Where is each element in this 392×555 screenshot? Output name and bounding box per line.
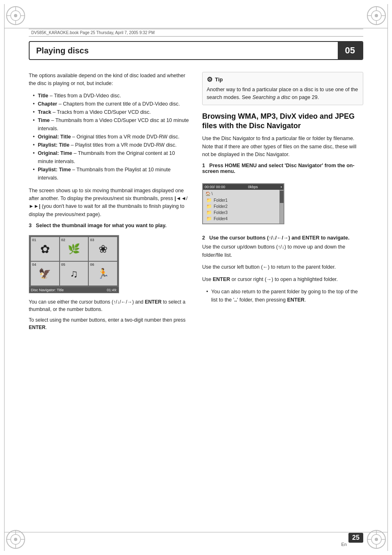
corner-decoration-tr	[364, 3, 389, 28]
tip-icon: ⚙	[207, 76, 212, 83]
thumb-time: 01:49:	[107, 288, 117, 292]
body-text-1: The screen shows up to six moving thumbn…	[29, 187, 190, 219]
thumb-label: Disc Navigator: Title	[31, 288, 64, 292]
list-item: Title – Titles from a DVD-Video disc.	[33, 92, 190, 100]
folder-icon: 📁	[206, 210, 212, 215]
top-border	[4, 28, 388, 28]
thumb-cell-1: 01 ✿	[31, 237, 59, 261]
thumb-cell-2: 02 🌿	[60, 237, 88, 261]
folder-name: Folder3	[214, 210, 228, 215]
meta-bar: DV585K_KARAOKE.book Page 25 Thursday, Ap…	[29, 29, 363, 37]
right-column: ⚙ Tip Another way to find a particular p…	[202, 64, 363, 526]
nav-screen-top: 00:00/ 00:00 0kbps ▪	[203, 184, 284, 190]
folder-name: Folder2	[214, 204, 228, 209]
body-text-4: Use ENTER or cursor right (→) to open a …	[202, 276, 363, 283]
thumb-cell-4: 04 🦅	[31, 262, 59, 286]
nav-folder-2: 📁 Folder2	[205, 203, 278, 210]
svg-point-9	[375, 14, 378, 17]
list-item: Original: Time – Thumbnails from the Ori…	[33, 149, 190, 166]
list-item: Track – Tracks from a Video CD/Super VCD…	[33, 108, 190, 116]
tip-label: Tip	[215, 76, 223, 83]
folder-icon: 📁	[206, 198, 212, 203]
folder-name: Folder1	[214, 198, 228, 203]
options-list: Title – Titles from a DVD-Video disc. Ch…	[33, 92, 190, 182]
list-item: Chapter – Chapters from the current titl…	[33, 100, 190, 108]
intro-text: The options available depend on the kind…	[29, 72, 190, 88]
tip-header: ⚙ Tip	[207, 76, 359, 83]
nav-text-1: You can use either the cursor buttons (↑…	[29, 298, 190, 313]
bottom-border	[4, 532, 388, 532]
disc-navigator-screen: 00:00/ 00:00 0kbps ▪ 🏠 \ 📁 Folder1 📁 Fol…	[202, 180, 284, 229]
nav-folder-4: 📁 Folder4	[205, 216, 278, 222]
svg-point-23	[375, 538, 378, 541]
thumb-cell-3: 03 ❀	[89, 237, 117, 261]
corner-decoration-tl	[3, 3, 28, 28]
section-intro: Use the Disc Navigator to find a particu…	[202, 135, 363, 159]
chapter-number: 05	[338, 42, 362, 59]
nav-screen: 00:00/ 00:00 0kbps ▪ 🏠 \ 📁 Folder1 📁 Fol…	[202, 183, 284, 224]
nav-indicator: ▪	[281, 185, 282, 189]
scrollbar-thumb	[280, 191, 284, 203]
svg-point-16	[14, 538, 17, 541]
folder-name: Folder4	[214, 216, 228, 221]
body-text-2: Use the cursor up/down buttons (↑/↓) to …	[202, 243, 363, 259]
nav-breadcrumb: 🏠 \	[205, 191, 278, 196]
body-text-3: Use the cursor left button (←) to return…	[202, 263, 363, 271]
nav-folder-3: 📁 Folder3	[205, 210, 278, 216]
nav-folder-1: 📁 Folder1	[205, 197, 278, 203]
nav-bitrate: 0kbps	[248, 185, 258, 189]
list-item: Playlist: Title – Playlist titles from a…	[33, 141, 190, 149]
page-title: Playing discs	[30, 43, 338, 59]
folder-icon: 📁	[206, 216, 212, 221]
page-number-badge: 25	[348, 533, 363, 543]
page-header: Playing discs 05	[29, 41, 363, 60]
section-heading: Browsing WMA, MP3, DivX video and JPEG f…	[202, 112, 363, 131]
thumb-grid: 01 ✿ 02 🌿 03 ❀ 04 🦅 05 ♫	[29, 235, 119, 287]
list-item: You can also return to the parent folder…	[206, 288, 363, 304]
language-label: En	[341, 542, 347, 547]
step-2-label: 2 Use the cursor buttons (↑/↓/←/→) and E…	[202, 235, 363, 241]
left-column: The options available depend on the kind…	[29, 64, 190, 526]
tip-text: Another way to find a particular place o…	[207, 86, 359, 101]
thumbnail-grid-container: 01 ✿ 02 🌿 03 ❀ 04 🦅 05 ♫	[29, 235, 119, 293]
main-content: The options available depend on the kind…	[29, 64, 363, 526]
tip-box: ⚙ Tip Another way to find a particular p…	[202, 72, 363, 105]
list-item: Original: Title – Original titles from a…	[33, 133, 190, 141]
left-border	[4, 4, 5, 551]
thumb-label-bar: Disc Navigator: Title 01:49:	[29, 287, 119, 293]
thumb-cell-5: 05 ♫	[60, 262, 88, 286]
step-1-label: 1 Press HOME MENU and select 'Disc Navig…	[202, 163, 363, 174]
nav-screen-body: 🏠 \ 📁 Folder1 📁 Folder2 📁 Folder3 �	[203, 190, 284, 223]
nav-time: 00:00/ 00:00	[205, 185, 225, 189]
folder-icon: 📁	[206, 204, 212, 209]
list-item: Time – Thumbnails from a Video CD/Super …	[33, 116, 190, 133]
thumb-cell-6: 06 🏃	[89, 262, 117, 286]
step-3-label: 3 Select the thumbnail image for what yo…	[29, 223, 190, 228]
list-item: Playlist: Time – Thumbnails from the Pla…	[33, 166, 190, 182]
right-bullets: You can also return to the parent folder…	[206, 288, 363, 304]
scrollbar	[279, 190, 284, 223]
right-border	[387, 4, 388, 551]
nav-text-2: To select using the number buttons, ente…	[29, 316, 190, 331]
corner-decoration-bl	[3, 527, 28, 552]
corner-decoration-br	[364, 527, 389, 552]
meta-text: DV585K_KARAOKE.book Page 25 Thursday, Ap…	[31, 30, 154, 35]
svg-point-2	[14, 14, 17, 17]
